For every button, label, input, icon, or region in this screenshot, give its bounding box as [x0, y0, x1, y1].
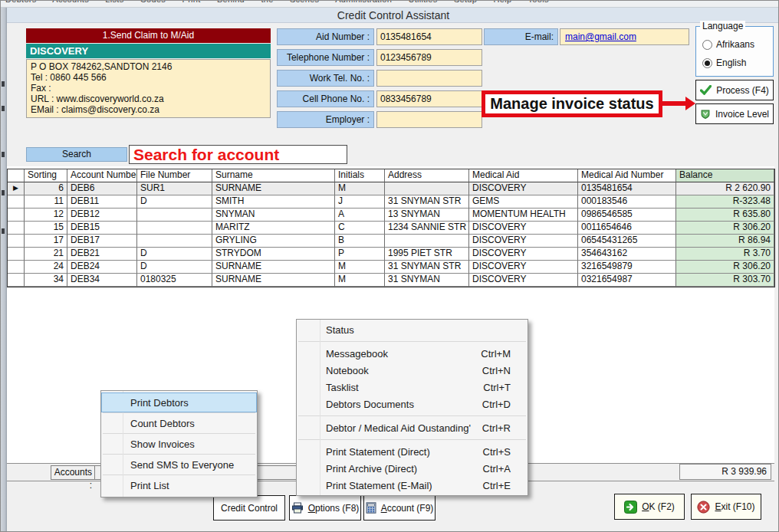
grid-cell[interactable]: R 3.70: [676, 248, 774, 261]
grid-cell[interactable]: MOMENTUM HEALTH: [469, 209, 578, 222]
field-value-4[interactable]: [376, 111, 482, 128]
grid-cell[interactable]: DEB11: [67, 195, 137, 209]
ok-button[interactable]: OK (F2): [614, 494, 685, 520]
grid-cell[interactable]: [385, 235, 469, 248]
row-selector[interactable]: [8, 195, 25, 209]
field-value-2[interactable]: [376, 70, 482, 87]
grid-cell[interactable]: DEB34: [67, 274, 137, 287]
grid-cell[interactable]: SURNAME: [212, 261, 335, 274]
credit-control-button[interactable]: Credit Control: [213, 495, 285, 521]
grid-cell[interactable]: SURNAME: [212, 182, 335, 195]
exit-button[interactable]: Exit (F10): [691, 494, 761, 520]
grid-cell[interactable]: R 635.80: [676, 209, 774, 222]
grid-cell[interactable]: 31 SNYMAN STR: [385, 261, 469, 274]
options-menu-item[interactable]: MessagebookCtrl+M: [297, 345, 528, 362]
options-menu-item[interactable]: Debtors DocumentsCtrl+D: [297, 396, 528, 412]
grid-col-header[interactable]: Medical Aid: [469, 169, 578, 182]
grid-cell[interactable]: DISCOVERY: [469, 274, 578, 287]
grid-cell[interactable]: 24: [25, 261, 67, 274]
grid-cell[interactable]: SURNAME: [212, 274, 335, 287]
search-button[interactable]: Search: [26, 147, 127, 162]
table-row[interactable]: 21DEB21DSTRYDOMP1995 PIET STRDISCOVERY35…: [8, 248, 774, 261]
process-button[interactable]: Process (F4): [695, 80, 774, 100]
grid-cell[interactable]: R 86.94: [676, 235, 774, 248]
grid-cell[interactable]: 13 SNYMAN: [385, 209, 469, 222]
options-menu-item[interactable]: Debtor / Medical Aid Oustanding'Ctrl+R: [297, 419, 528, 436]
grid-cell[interactable]: 6: [25, 182, 67, 195]
grid-cell[interactable]: M: [335, 182, 385, 195]
debtors-grid[interactable]: SortingAccount NumberFile NumberSurnameI…: [7, 169, 775, 287]
search-input[interactable]: Search for account: [129, 145, 347, 164]
options-menu-item[interactable]: Print Archive (Direct)Ctrl+A: [297, 460, 528, 477]
grid-cell[interactable]: DISCOVERY: [469, 182, 578, 195]
options-menu-item[interactable]: NotebookCtrl+N: [297, 362, 528, 379]
debtors-menu-item[interactable]: Count Debtors: [101, 413, 257, 433]
grid-col-header[interactable]: Balance: [676, 169, 774, 182]
debtors-menu-item[interactable]: Send SMS to Everyone: [101, 455, 257, 475]
grid-cell[interactable]: STRYDOM: [212, 248, 335, 261]
grid-col-header[interactable]: Account Number: [67, 169, 137, 182]
grid-cell[interactable]: 000183546: [578, 195, 676, 209]
grid-cell[interactable]: SUR1: [137, 182, 212, 195]
radio-afrikaans[interactable]: Afrikaans: [702, 39, 754, 50]
grid-cell[interactable]: DEB24: [67, 261, 137, 274]
grid-cell[interactable]: D: [137, 261, 212, 274]
grid-cell[interactable]: M: [335, 274, 385, 287]
grid-cell[interactable]: [137, 235, 212, 248]
table-row[interactable]: 17DEB17GRYLINGBDISCOVERY06545431265R 86.…: [8, 235, 774, 248]
grid-cell[interactable]: [137, 222, 212, 235]
grid-cell[interactable]: 1995 PIET STR: [385, 248, 469, 261]
table-row[interactable]: 11DEB11DSMITHJ31 SNYMAN STRGEMS000183546…: [8, 195, 774, 209]
grid-cell[interactable]: 21: [25, 248, 67, 261]
grid-cell[interactable]: M: [335, 261, 385, 274]
grid-cell[interactable]: R 306.20: [676, 261, 774, 274]
grid-cell[interactable]: 0011654646: [578, 222, 676, 235]
grid-cell[interactable]: GRYLING: [212, 235, 335, 248]
grid-cell[interactable]: SMITH: [212, 195, 335, 209]
grid-col-header[interactable]: Surname: [212, 169, 335, 182]
options-menu-item[interactable]: TasklistCtrl+T: [297, 379, 528, 396]
row-selector[interactable]: [8, 261, 25, 274]
grid-cell[interactable]: C: [335, 222, 385, 235]
grid-cell[interactable]: DEB17: [67, 235, 137, 248]
grid-cell[interactable]: R 2 620.90: [676, 182, 774, 195]
grid-cell[interactable]: DISCOVERY: [469, 248, 578, 261]
grid-cell[interactable]: 354643162: [578, 248, 676, 261]
grid-cell[interactable]: B: [335, 235, 385, 248]
row-selector[interactable]: ▶: [8, 182, 25, 195]
grid-cell[interactable]: 06545431265: [578, 235, 676, 248]
grid-cell[interactable]: 0135481654: [578, 182, 676, 195]
email-field[interactable]: main@gmail.com: [560, 28, 689, 45]
grid-cell[interactable]: 11: [25, 195, 67, 209]
grid-cell[interactable]: 34: [25, 274, 67, 287]
grid-cell[interactable]: [385, 182, 469, 195]
grid-cell[interactable]: A: [335, 209, 385, 222]
row-selector[interactable]: [8, 222, 25, 235]
debtors-menu-item[interactable]: Show Invoices: [101, 434, 257, 454]
grid-col-header[interactable]: Initials: [335, 169, 385, 182]
grid-cell[interactable]: R 303.70: [676, 274, 774, 287]
grid-cell[interactable]: 31 SNYMAN: [385, 274, 469, 287]
row-selector[interactable]: [8, 209, 25, 222]
radio-english-icon[interactable]: [702, 58, 712, 68]
grid-cell[interactable]: R-323.48: [676, 195, 774, 209]
field-value-3[interactable]: 0833456789: [376, 90, 482, 107]
grid-cell[interactable]: D: [137, 195, 212, 209]
grid-cell[interactable]: P: [335, 248, 385, 261]
row-selector[interactable]: [8, 248, 25, 261]
options-menu-item[interactable]: Print Statement (Direct)Ctrl+S: [297, 443, 528, 460]
grid-cell[interactable]: MARITZ: [212, 222, 335, 235]
options-menu-item[interactable]: Status: [297, 321, 528, 338]
grid-cell[interactable]: 1234 SANNIE STR: [385, 222, 469, 235]
grid-cell[interactable]: 0180325: [137, 274, 212, 287]
grid-cell[interactable]: 0321654987: [578, 274, 676, 287]
grid-col-header[interactable]: Sorting: [25, 169, 67, 182]
grid-cell[interactable]: D: [137, 248, 212, 261]
table-row[interactable]: 12DEB12SNYMANA13 SNYMANMOMENTUM HEALTH09…: [8, 209, 774, 222]
radio-english[interactable]: English: [702, 57, 746, 68]
invoice-level-button[interactable]: Invoice Level: [695, 103, 774, 124]
grid-cell[interactable]: DEB6: [67, 182, 137, 195]
grid-cell[interactable]: 31 SNYMAN STR: [385, 195, 469, 209]
grid-cell[interactable]: DISCOVERY: [469, 222, 578, 235]
grid-cell[interactable]: DISCOVERY: [469, 235, 578, 248]
